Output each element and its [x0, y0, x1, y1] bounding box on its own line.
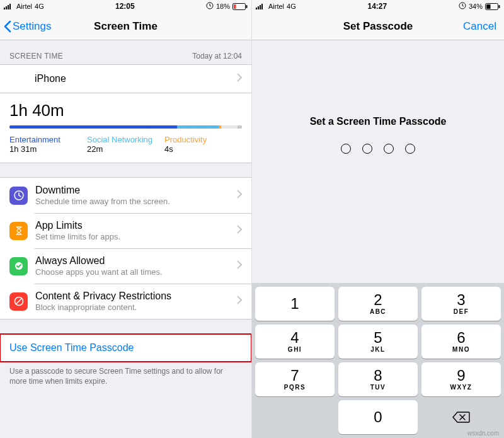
section-header: SCREEN TIME Today at 12:04 [0, 40, 251, 64]
svg-rect-14 [260, 5, 261, 9]
device-row[interactable]: iPhone [0, 65, 251, 93]
row-downtime[interactable]: Downtime Schedule time away from the scr… [0, 178, 251, 213]
chevron-right-icon [237, 260, 242, 272]
passcode-prompt: Set a Screen Time Passcode [252, 116, 504, 127]
row-title: Content & Privacy Restrictions [35, 291, 233, 302]
svg-rect-6 [234, 4, 236, 9]
key-delete[interactable] [421, 400, 501, 434]
section-header-time: Today at 12:04 [192, 52, 242, 61]
row-subtitle: Block inappropriate content. [35, 303, 233, 312]
row-title: App Limits [35, 220, 233, 231]
category-productivity: Productivity 4s [164, 135, 242, 154]
key-1[interactable]: 1 [255, 287, 335, 321]
clock: 12:05 [115, 2, 135, 11]
footer-note: Use a passcode to secure Screen Time set… [0, 362, 251, 394]
svg-rect-12 [256, 8, 257, 9]
nav-bar: Set Passcode Cancel [252, 13, 504, 40]
section-header-label: SCREEN TIME [9, 52, 63, 61]
rotation-lock-icon [459, 2, 466, 11]
key-blank [255, 400, 335, 434]
svg-rect-3 [9, 4, 11, 9]
row-title: Always Allowed [35, 255, 233, 267]
category-entertainment: Entertainment 1h 31m [9, 135, 87, 154]
chevron-left-icon [4, 20, 11, 33]
carrier-label: Airtel [268, 3, 284, 10]
battery-percent: 18% [216, 3, 230, 10]
numeric-keypad: 1 2ABC 3DEF 4GHI 5JKL 6MNO 7PQRS 8TUV 9W… [252, 283, 504, 438]
no-entry-icon [9, 292, 28, 311]
network-label: 4G [35, 3, 44, 10]
page-title: Set Passcode [343, 20, 413, 33]
usage-bar [9, 125, 242, 129]
screen-time-settings-screen: Airtel 4G 12:05 18% Settings Screen Time [0, 0, 252, 438]
chevron-right-icon [237, 225, 242, 236]
check-badge-icon [9, 257, 28, 275]
passcode-dot [362, 144, 372, 154]
passcode-dot [384, 144, 394, 154]
passcode-dot [405, 144, 415, 154]
cancel-button[interactable]: Cancel [463, 20, 496, 33]
row-title: Downtime [35, 185, 233, 196]
key-4[interactable]: 4GHI [255, 325, 335, 359]
row-content-privacy[interactable]: Content & Privacy Restrictions Block ina… [0, 284, 251, 319]
status-bar: Airtel 4G 14:27 34% [252, 0, 504, 13]
back-button[interactable]: Settings [4, 20, 51, 33]
row-subtitle: Set time limits for apps. [35, 232, 233, 241]
clock: 14:27 [368, 2, 387, 11]
battery-icon [232, 3, 248, 10]
svg-rect-2 [8, 5, 9, 9]
svg-rect-1 [6, 6, 7, 9]
svg-rect-18 [486, 4, 491, 9]
key-3[interactable]: 3DEF [421, 287, 501, 321]
set-passcode-screen: Airtel 4G 14:27 34% Set Passcode Cancel … [252, 0, 504, 438]
status-bar: Airtel 4G 12:05 18% [0, 0, 251, 13]
key-5[interactable]: 5JKL [338, 325, 418, 359]
signal-icon [4, 3, 14, 9]
key-6[interactable]: 6MNO [421, 325, 501, 359]
chevron-right-icon [237, 73, 242, 84]
downtime-icon [9, 187, 28, 205]
svg-rect-15 [261, 4, 263, 9]
key-8[interactable]: 8TUV [338, 362, 418, 396]
rotation-lock-icon [206, 2, 214, 11]
usage-total: 1h 40m [9, 101, 242, 120]
row-app-limits[interactable]: App Limits Set time limits for apps. [0, 213, 251, 248]
key-7[interactable]: 7PQRS [255, 362, 335, 396]
watermark: wsxdn.com [467, 430, 499, 437]
signal-icon [256, 3, 266, 9]
nav-bar: Settings Screen Time [0, 13, 251, 40]
chevron-right-icon [237, 296, 242, 307]
network-label: 4G [287, 3, 296, 10]
back-label: Settings [13, 20, 51, 33]
key-9[interactable]: 9WXYZ [421, 362, 501, 396]
svg-line-11 [16, 299, 21, 304]
svg-rect-19 [498, 5, 500, 8]
use-screen-time-passcode-button[interactable]: Use Screen Time Passcode [0, 334, 251, 362]
device-name: iPhone [35, 73, 233, 84]
row-always-allowed[interactable]: Always Allowed Choose apps you want at a… [0, 248, 251, 284]
chevron-right-icon [237, 190, 242, 201]
key-0[interactable]: 0 [338, 400, 418, 434]
hourglass-icon [9, 222, 28, 240]
category-social: Social Networking 22m [87, 135, 164, 154]
svg-rect-7 [246, 5, 247, 8]
passcode-dot [341, 144, 351, 154]
battery-percent: 34% [469, 3, 483, 10]
page-title: Screen Time [94, 20, 158, 33]
backspace-icon [452, 411, 470, 424]
battery-icon [485, 3, 500, 10]
svg-rect-13 [258, 6, 259, 9]
row-subtitle: Schedule time away from the screen. [35, 197, 233, 206]
carrier-label: Airtel [16, 3, 32, 10]
svg-rect-0 [4, 8, 5, 9]
passcode-dots [252, 144, 504, 154]
usage-summary[interactable]: 1h 40m Entertainment 1h 31m Social Netwo… [0, 93, 251, 163]
key-2[interactable]: 2ABC [338, 287, 418, 321]
row-subtitle: Choose apps you want at all times. [35, 267, 233, 277]
